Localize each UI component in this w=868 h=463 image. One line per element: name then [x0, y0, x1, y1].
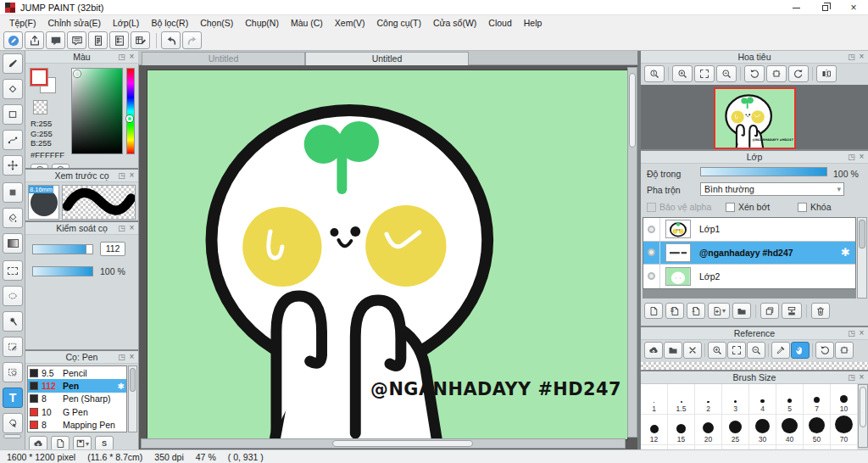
popout-icon[interactable]: ◳ — [847, 52, 856, 62]
brush-item-pen[interactable]: 112 Pen ✱ — [28, 379, 126, 392]
tool-strip-handle[interactable] — [3, 434, 21, 438]
menu-layer[interactable]: Lớp(L) — [107, 15, 145, 31]
brush-size-cell[interactable]: 15 — [668, 415, 695, 445]
navigator-thumbnail[interactable] — [714, 87, 796, 149]
layer-folder-button[interactable] — [732, 303, 751, 319]
layer-settings-gear-icon[interactable]: ✱ — [841, 246, 850, 259]
zoom-out-button[interactable] — [716, 65, 737, 82]
tool-move[interactable] — [3, 155, 23, 176]
brush-item-pencil[interactable]: 9.5 Pencil — [28, 366, 126, 379]
menu-edit[interactable]: Chỉnh sửa(E) — [42, 15, 107, 31]
canvas-vertical-scrollbar[interactable] — [627, 67, 637, 438]
document-checklist-button[interactable] — [109, 31, 129, 49]
brush-list-scrollbar[interactable] — [128, 365, 137, 432]
hue-cursor[interactable] — [126, 115, 133, 122]
layer-opacity-slider[interactable] — [700, 167, 827, 176]
tool-eraser[interactable] — [3, 79, 23, 99]
tool-shape-fill[interactable] — [3, 182, 23, 203]
popout-icon[interactable]: ◳ — [117, 223, 126, 233]
brush-size-cell[interactable]: 4 — [749, 384, 776, 415]
saturation-value-picker[interactable] — [71, 68, 123, 154]
brush-size-value[interactable]: 112 — [100, 242, 125, 256]
sv-cursor[interactable] — [74, 70, 81, 77]
brush-size-slider-handle[interactable] — [86, 245, 92, 254]
tool-shape-select[interactable] — [3, 413, 23, 433]
brush-size-cell[interactable]: 25 — [722, 415, 749, 445]
tool-gradient[interactable] — [3, 233, 23, 254]
layer-row-2-selected[interactable]: @nganhadayy #hd247 ✱ — [643, 242, 855, 265]
lock-checkbox[interactable]: Khóa — [798, 202, 832, 212]
layer-row-1[interactable]: Lớp1 — [643, 218, 855, 242]
brush-item-g-pen[interactable]: 10 G Pen — [28, 405, 126, 418]
menu-window[interactable]: Cửa sổ(W) — [427, 15, 482, 31]
close-icon[interactable]: × — [127, 352, 136, 362]
layer-visibility-toggle[interactable] — [643, 242, 660, 265]
navigator-preview-area[interactable] — [641, 85, 868, 151]
brush-size-cell[interactable]: 30 — [749, 415, 776, 445]
layer-scroll-thumb[interactable] — [859, 220, 865, 248]
undo-button[interactable] — [161, 31, 181, 49]
merge-layer-button[interactable] — [782, 303, 802, 319]
duplicate-layer-button[interactable] — [760, 303, 779, 319]
tool-select-lasso[interactable] — [3, 286, 23, 306]
tool-curve[interactable] — [3, 130, 23, 150]
palette-edit-button-small[interactable] — [52, 164, 70, 170]
upload-button[interactable] — [25, 31, 44, 49]
foreground-color-swatch[interactable] — [31, 69, 47, 86]
comment-button[interactable] — [46, 31, 65, 49]
ref-cloud-button[interactable] — [644, 342, 663, 359]
my-page-button[interactable] — [3, 31, 23, 49]
rotate-reset-button[interactable] — [766, 65, 787, 82]
brush-size-cell[interactable]: 40 — [776, 415, 804, 445]
brush-size-cell[interactable]: 12 — [641, 415, 668, 445]
close-icon[interactable]: × — [127, 52, 136, 62]
document-button[interactable] — [88, 31, 108, 49]
popout-icon[interactable]: ◳ — [117, 352, 126, 362]
brush-settings-gear-icon[interactable]: ✱ — [118, 382, 125, 391]
redo-button[interactable] — [182, 31, 202, 49]
tab-untitled-2[interactable]: Untitled — [305, 52, 469, 65]
popout-icon[interactable]: ◳ — [847, 152, 856, 162]
tool-select-rect[interactable] — [3, 260, 23, 281]
close-icon[interactable]: × — [857, 372, 866, 382]
canvas-vscroll-thumb[interactable] — [629, 73, 636, 148]
close-button[interactable]: × — [839, 0, 868, 15]
menu-file[interactable]: Tệp(F) — [3, 15, 42, 31]
popout-icon[interactable]: ◳ — [117, 170, 126, 181]
canvas-horizontal-scrollbar[interactable] — [141, 438, 626, 449]
brush-list-scroll-thumb[interactable] — [130, 368, 136, 392]
menu-capture[interactable]: Chụp(N) — [239, 15, 285, 31]
ref-rotate-reset-button[interactable] — [835, 342, 854, 359]
menu-tools[interactable]: Công cụ(T) — [370, 15, 427, 31]
zoom-fit-button[interactable] — [694, 65, 715, 82]
palette-edit-button[interactable] — [131, 31, 150, 49]
brush-size-cell[interactable]: 1.5 — [668, 384, 695, 415]
tool-brush[interactable] — [3, 53, 23, 74]
brush-size-scrollbar[interactable] — [858, 384, 868, 448]
close-icon[interactable]: × — [127, 223, 136, 233]
delete-layer-button[interactable] — [811, 303, 830, 319]
layer-visibility-toggle[interactable] — [643, 218, 660, 241]
ref-hand-button[interactable] — [791, 342, 810, 359]
menu-select[interactable]: Chọn(S) — [194, 15, 239, 31]
clipping-checkbox[interactable]: Xén bớt — [726, 202, 770, 212]
add-layer-menu-button[interactable]: ▾ — [708, 303, 730, 319]
brush-item-pen-sharp[interactable]: 8 Pen (Sharp) — [28, 393, 126, 405]
tool-select-eraser[interactable] — [3, 362, 23, 382]
brush-size-cell[interactable]: 7 — [804, 384, 831, 415]
tool-text[interactable]: T — [3, 388, 23, 408]
brush-size-cell[interactable]: 2 — [695, 384, 722, 415]
menu-cloud[interactable]: Cloud — [482, 15, 517, 31]
menu-help[interactable]: Help — [518, 15, 548, 31]
ref-open-button[interactable] — [664, 342, 682, 359]
close-icon[interactable]: × — [857, 328, 866, 338]
rotate-left-button[interactable] — [744, 65, 765, 82]
new-layer-button[interactable] — [644, 303, 663, 319]
tool-shape[interactable] — [3, 104, 23, 125]
cloud-download-button[interactable] — [29, 436, 47, 449]
new-layer-8bit-button[interactable]: 8 — [665, 303, 684, 319]
ref-close-button[interactable] — [683, 342, 702, 359]
save-brush-button[interactable]: ▾ — [73, 436, 92, 449]
ref-zoom-out-button[interactable] — [747, 342, 765, 359]
ref-zoom-fit-button[interactable] — [727, 342, 746, 359]
